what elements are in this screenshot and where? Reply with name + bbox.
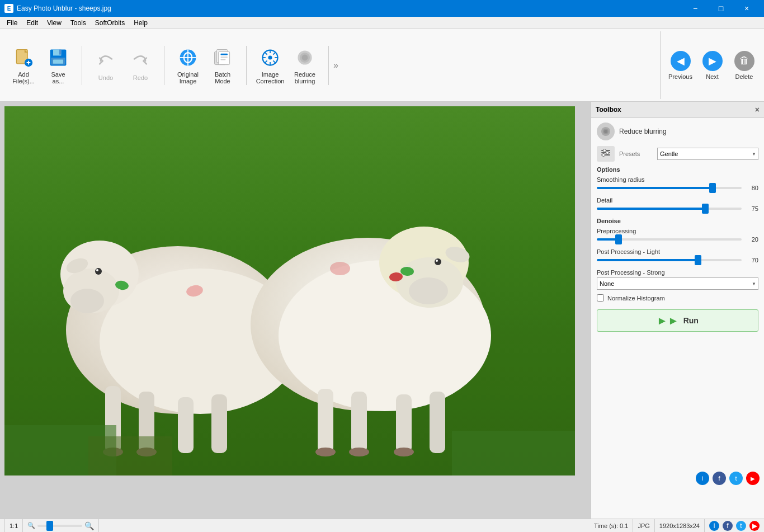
presets-label: Presets [619, 150, 653, 157]
run-label: Run [683, 316, 699, 325]
undo-button[interactable]: Undo [89, 43, 122, 88]
menu-file[interactable]: File [2, 18, 22, 28]
svg-rect-4 [59, 49, 62, 54]
normalize-histogram-label[interactable]: Normalize Histogram [607, 295, 665, 302]
statusbar-twitter-icon[interactable]: t [736, 521, 746, 531]
tool-selector-row: Reduce blurring [597, 123, 758, 140]
preprocessing-thumb[interactable] [615, 234, 622, 244]
zoom-controls[interactable]: 🔍 🔍 [23, 519, 99, 532]
maximize-button[interactable]: □ [708, 0, 734, 17]
post-processing-strong-label: Post Processing - Strong [597, 269, 758, 276]
original-image-button[interactable]: OriginalImage [171, 43, 205, 88]
toolbox-close-button[interactable]: × [755, 105, 760, 114]
preprocessing-control: 20 [597, 236, 758, 243]
run-button[interactable]: ►► Run [597, 309, 758, 332]
detail-track[interactable] [597, 208, 742, 210]
redo-icon [129, 50, 152, 72]
undo-label: Undo [98, 74, 113, 81]
twitter-icon[interactable]: t [729, 472, 743, 485]
reduce-blurring-icon [294, 46, 316, 69]
reduce-blurring-toolbar-button[interactable]: Reduceblurring [288, 43, 322, 88]
zoom-slider[interactable] [37, 525, 82, 527]
app-icon: E [4, 4, 13, 13]
tool-name-label: Reduce blurring [619, 128, 667, 135]
post-processing-light-track[interactable] [597, 259, 742, 261]
post-processing-strong-select[interactable]: NoneLightMediumStrong [597, 277, 758, 290]
undo-icon [95, 50, 117, 72]
post-processing-light-label: Post Processing - Light [597, 248, 758, 255]
svg-point-28 [302, 54, 308, 60]
delete-label: Delete [735, 73, 753, 80]
post-processing-light-thumb[interactable] [695, 255, 701, 265]
titlebar: E Easy Photo Unblur - sheeps.jpg − □ × [0, 0, 764, 17]
delete-button[interactable]: 🗑 Delete [729, 43, 760, 88]
svg-rect-51 [318, 389, 333, 453]
minimize-button[interactable]: − [682, 0, 708, 17]
svg-point-67 [330, 262, 350, 275]
detail-row: Detail 75 [597, 197, 758, 212]
save-as-button[interactable]: Saveas... [41, 43, 75, 88]
delete-icon: 🗑 [734, 51, 754, 71]
svg-point-70 [604, 130, 607, 133]
redo-label: Redo [133, 74, 148, 81]
svg-rect-40 [211, 394, 227, 453]
image-correction-button[interactable]: ImageCorrection [253, 43, 287, 88]
window-title: Easy Photo Unblur - sheeps.jpg [17, 4, 682, 12]
normalize-histogram-checkbox[interactable] [597, 294, 604, 302]
redo-button[interactable]: Redo [124, 43, 157, 88]
svg-point-62 [96, 269, 98, 271]
preprocessing-row: Preprocessing 20 [597, 228, 758, 243]
social-icons: i f t ▶ [696, 472, 760, 485]
youtube-icon[interactable]: ▶ [746, 472, 760, 485]
add-file-icon [12, 46, 35, 69]
menu-help[interactable]: Help [129, 18, 152, 28]
normalize-histogram-row: Normalize Histogram [597, 294, 758, 302]
batch-mode-button[interactable]: BatchMode [206, 43, 239, 88]
add-file-button[interactable]: AddFile(s)... [7, 43, 40, 88]
post-processing-light-value: 70 [745, 257, 758, 263]
smoothing-radius-track[interactable] [597, 187, 742, 189]
menu-tools[interactable]: Tools [66, 18, 91, 28]
correction-icon [259, 46, 281, 69]
info-icon[interactable]: i [696, 472, 709, 485]
statusbar-facebook-icon[interactable]: f [723, 521, 733, 531]
menu-edit[interactable]: Edit [22, 18, 43, 28]
post-processing-light-control: 70 [597, 257, 758, 263]
smoothing-radius-row: Smoothing radius 80 [597, 176, 758, 191]
dimensions-display: 1920x1283x24 [655, 519, 705, 532]
facebook-icon[interactable]: f [713, 472, 726, 485]
toolbar-separator-1 [82, 46, 82, 85]
previous-button[interactable]: ◀ Previous [665, 43, 696, 88]
svg-point-57 [394, 448, 414, 456]
preprocessing-track[interactable] [597, 238, 742, 241]
zoom-out-icon[interactable]: 🔍 [27, 522, 35, 529]
detail-value: 75 [745, 205, 758, 212]
svg-point-73 [603, 149, 606, 152]
statusbar: 1:1 🔍 🔍 Time (s): 0.1 JPG 1920x1283x24 i… [0, 519, 764, 532]
statusbar-info-icon[interactable]: i [709, 521, 719, 531]
presets-select[interactable]: GentleNormalStrongCustom [657, 148, 758, 160]
image-display [4, 106, 575, 475]
post-processing-light-fill [597, 259, 698, 261]
detail-thumb[interactable] [702, 204, 709, 214]
close-button[interactable]: × [734, 0, 760, 17]
add-file-label: AddFile(s)... [12, 71, 35, 84]
presets-row: Presets GentleNormalStrongCustom [597, 146, 758, 162]
reduce-blurring-tool-icon[interactable] [597, 123, 615, 140]
correction-tools-group: ImageCorrection Reduceblurring [251, 43, 324, 88]
toolbar-separator-3 [246, 46, 247, 85]
svg-point-55 [315, 448, 336, 456]
smoothing-radius-thumb[interactable] [709, 183, 716, 193]
presets-icon [597, 146, 615, 162]
zoom-in-icon[interactable]: 🔍 [84, 521, 94, 530]
dimensions-value: 1920x1283x24 [659, 522, 700, 529]
menu-softorbits[interactable]: SoftOrbits [91, 18, 129, 28]
menu-view[interactable]: View [43, 18, 66, 28]
detail-label: Detail [597, 197, 758, 204]
toolbar-right: ◀ Previous ▶ Next 🗑 Delete [660, 31, 760, 99]
menubar: File Edit View Tools SoftOrbits Help [0, 17, 764, 29]
next-button[interactable]: ▶ Next [697, 43, 728, 88]
svg-point-43 [70, 289, 104, 313]
smoothing-radius-label: Smoothing radius [597, 176, 758, 183]
statusbar-youtube-icon[interactable]: ▶ [749, 521, 760, 531]
